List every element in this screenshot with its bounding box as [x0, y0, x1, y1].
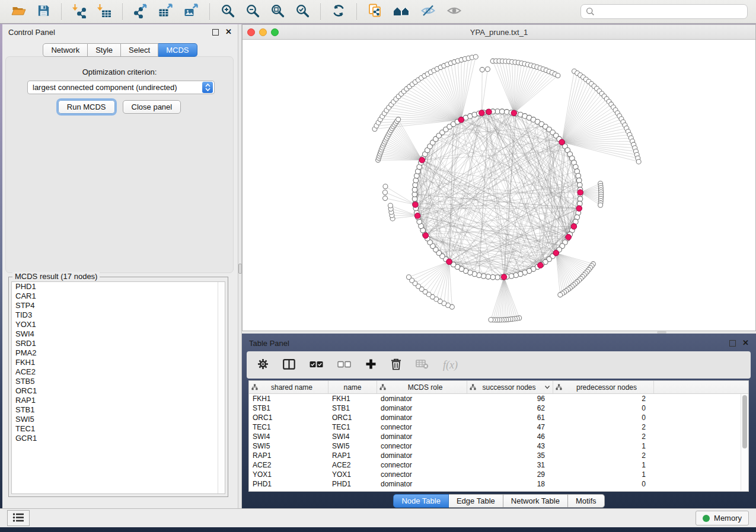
- close-panel-icon[interactable]: ✕: [225, 29, 232, 35]
- cell: STB1: [249, 403, 328, 413]
- show-all-button[interactable]: [445, 2, 463, 21]
- table-row[interactable]: PHD1PHD1dominator180: [249, 479, 748, 489]
- search-input[interactable]: [598, 7, 742, 17]
- tab-style[interactable]: Style: [88, 43, 121, 57]
- zoom-in-icon: [220, 3, 235, 20]
- delete-columns-button[interactable]: [391, 358, 401, 372]
- select-all-rows-button[interactable]: [310, 360, 323, 370]
- mcds-result-item[interactable]: SWI5: [12, 415, 225, 424]
- deselect-all-rows-button[interactable]: [337, 360, 351, 370]
- table-row[interactable]: ACE2ACE2connector311: [249, 460, 748, 470]
- column-settings-button[interactable]: [257, 358, 269, 371]
- table-row[interactable]: STB1STB1dominator620: [249, 403, 748, 413]
- mcds-result-item[interactable]: PMA2: [12, 348, 225, 358]
- add-column-button[interactable]: [365, 358, 377, 371]
- import-table-button[interactable]: [96, 2, 113, 21]
- mcds-result-item[interactable]: STP4: [12, 301, 225, 310]
- mcds-result-item[interactable]: SWI4: [12, 329, 225, 339]
- tab-edge-table[interactable]: Edge Table: [449, 494, 503, 508]
- zoom-selected-button[interactable]: [294, 2, 311, 21]
- control-panel-titlebar: Control Panel ✕: [2, 24, 238, 40]
- cytoscape-window: Control Panel ✕ NetworkStyleSelectMCDS O…: [0, 0, 756, 532]
- cell: 0: [553, 403, 654, 413]
- column-header-mcds-role[interactable]: MCDS role: [377, 381, 467, 393]
- tab-network-table[interactable]: Network Table: [503, 494, 568, 508]
- mcds-result-item[interactable]: GCR1: [12, 434, 225, 443]
- table-row[interactable]: YOX1YOX1connector291: [249, 470, 748, 479]
- export-table-button[interactable]: [157, 2, 174, 21]
- cell: SWI5: [328, 441, 377, 451]
- optimization-criterion-select[interactable]: largest connected component (undirected): [27, 81, 215, 94]
- table-row[interactable]: RAP1RAP1dominator352: [249, 451, 748, 460]
- zoom-in-button[interactable]: [219, 2, 236, 21]
- mcds-result-item[interactable]: PHD1: [12, 282, 225, 291]
- delete-table-icon: [416, 359, 429, 371]
- cell: TEC1: [249, 422, 328, 432]
- cell: dominator: [377, 394, 467, 403]
- split-table-button[interactable]: [283, 359, 295, 371]
- column-header-predecessor-nodes[interactable]: predecessor nodes: [553, 381, 654, 393]
- column-header-name[interactable]: name: [328, 381, 377, 393]
- duplicate-network-button[interactable]: [366, 2, 384, 21]
- network-canvas-svg[interactable]: [243, 39, 755, 331]
- refresh-view-button[interactable]: [330, 2, 347, 21]
- vertical-splitter[interactable]: [238, 24, 242, 508]
- mcds-result-item[interactable]: FKH1: [12, 358, 225, 367]
- task-history-button[interactable]: [7, 510, 30, 526]
- column-header-shared-name[interactable]: shared name: [249, 381, 328, 393]
- table-panel-titlebar: Table Panel ✕: [242, 336, 756, 350]
- table-row[interactable]: TEC1TEC1connector472: [249, 422, 748, 432]
- tab-network[interactable]: Network: [43, 43, 88, 57]
- export-image-button[interactable]: [183, 2, 200, 21]
- network-canvas[interactable]: [243, 39, 755, 331]
- optimization-criterion-label: Optimization criterion:: [6, 68, 233, 76]
- close-panel-icon[interactable]: ✕: [742, 340, 749, 346]
- hide-selected-button[interactable]: [419, 2, 437, 21]
- table-row[interactable]: ORC1ORC1dominator610: [249, 413, 748, 422]
- mcds-result-item[interactable]: TEC1: [12, 424, 225, 434]
- mcds-result-item[interactable]: SRD1: [12, 339, 225, 348]
- cell: 35: [467, 451, 553, 460]
- mcds-result-item[interactable]: STB1: [12, 405, 225, 415]
- select-stepper-icon: [202, 82, 213, 93]
- horizontal-splitter[interactable]: [242, 331, 756, 334]
- export-network-button[interactable]: [132, 2, 149, 21]
- mcds-result-item[interactable]: ORC1: [12, 386, 225, 396]
- close-panel-button[interactable]: Close panel: [123, 100, 181, 114]
- table-scrollbar-track[interactable]: [741, 394, 748, 491]
- float-panel-icon[interactable]: [212, 29, 219, 36]
- cell: RAP1: [249, 451, 328, 460]
- zoom-fit-icon: [270, 3, 285, 20]
- table-row[interactable]: FKH1FKH1dominator962: [249, 394, 748, 403]
- splitter-handle[interactable]: [657, 331, 666, 334]
- export-table-icon: [158, 3, 174, 20]
- memory-button[interactable]: Memory: [696, 511, 749, 525]
- table-row[interactable]: SWI5SWI5connector431: [249, 441, 748, 451]
- tab-select[interactable]: Select: [121, 43, 158, 57]
- first-neighbors-button[interactable]: [392, 2, 411, 21]
- open-session-button[interactable]: [10, 2, 27, 21]
- mcds-result-item[interactable]: YOX1: [12, 320, 225, 329]
- zoom-out-button[interactable]: [244, 2, 261, 21]
- import-network-button[interactable]: [71, 2, 88, 21]
- mcds-result-list[interactable]: PHD1CAR1STP4TID3YOX1SWI4SRD1PMA2FKH1ACE2…: [11, 281, 225, 494]
- mcds-result-item[interactable]: CAR1: [12, 291, 225, 301]
- zoom-fit-button[interactable]: [269, 2, 286, 21]
- table-scrollbar-thumb[interactable]: [742, 395, 747, 448]
- save-session-button[interactable]: [36, 2, 52, 21]
- cell: SWI5: [249, 441, 328, 451]
- tab-node-table[interactable]: Node Table: [393, 494, 449, 508]
- table-row[interactable]: SWI4SWI4dominator462: [249, 432, 748, 441]
- cell: 61: [467, 413, 553, 422]
- tab-motifs[interactable]: Motifs: [568, 494, 605, 508]
- mcds-list-scrollbar[interactable]: [218, 282, 225, 493]
- mcds-result-item[interactable]: STB5: [12, 377, 225, 386]
- mcds-result-item[interactable]: RAP1: [12, 396, 225, 405]
- mcds-result-item[interactable]: ACE2: [12, 367, 225, 377]
- cell: SWI4: [328, 432, 377, 441]
- tab-mcds[interactable]: MCDS: [158, 43, 197, 57]
- float-panel-icon[interactable]: [729, 340, 736, 347]
- column-header-successor-nodes[interactable]: successor nodes: [467, 381, 553, 393]
- run-mcds-button[interactable]: Run MCDS: [58, 100, 115, 114]
- mcds-result-item[interactable]: TID3: [12, 310, 225, 320]
